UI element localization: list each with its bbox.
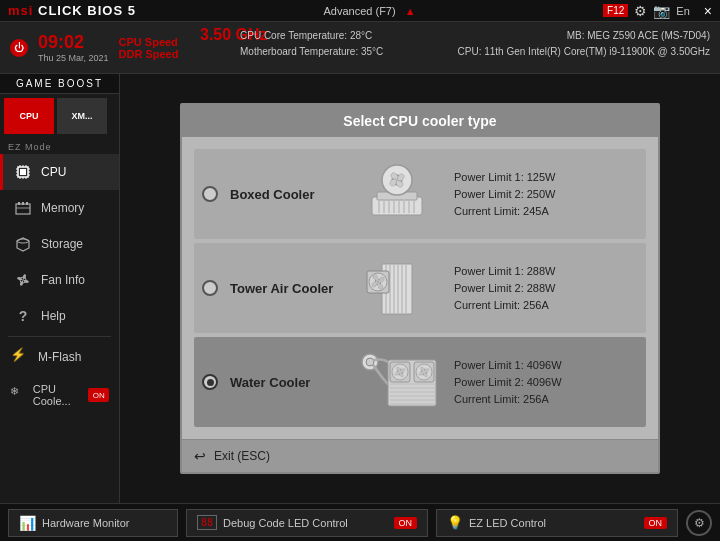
ez-led-icon: 💡 (447, 515, 463, 530)
water-cooler-icon (352, 347, 442, 417)
hardware-monitor-button[interactable]: 📊 Hardware Monitor (8, 509, 178, 537)
boxed-cooler-name: Boxed Cooler (230, 187, 340, 202)
cpu-boost-box[interactable]: CPU (4, 98, 54, 134)
sidebar-item-storage[interactable]: Storage (0, 226, 119, 262)
ez-mode-label: EZ Mode (0, 138, 119, 154)
cpu-speed-section: CPU Speed DDR Speed (119, 36, 179, 60)
water-cooler-specs: Power Limit 1: 4096W Power Limit 2: 4096… (454, 357, 562, 408)
storage-icon (13, 234, 33, 254)
mflash-label: M-Flash (38, 350, 81, 364)
radio-dot-water (207, 379, 214, 386)
boxed-cooler-icon (352, 159, 442, 229)
svg-rect-15 (18, 202, 20, 205)
power-icon: ⏻ (10, 39, 28, 57)
sidebar-help-label: Help (41, 309, 66, 323)
svg-point-44 (366, 358, 374, 366)
sidebar-faninfo-label: Fan Info (41, 273, 85, 287)
svg-rect-1 (20, 169, 26, 175)
header-row: ⏻ 09:02 Thu 25 Mar, 2021 CPU Speed DDR S… (0, 22, 720, 74)
on-badge-cooler: ON (88, 388, 109, 402)
boxed-cooler-specs: Power Limit 1: 125W Power Limit 2: 250W … (454, 169, 555, 220)
screenshot-icon[interactable]: 📷 (653, 3, 670, 19)
radio-water[interactable] (202, 374, 218, 390)
svg-rect-16 (22, 202, 24, 205)
cooler-option-boxed[interactable]: Boxed Cooler (194, 149, 646, 239)
hw-monitor-label: Hardware Monitor (42, 517, 129, 529)
memory-icon (13, 198, 33, 218)
xmp-boost-box[interactable]: XM... (57, 98, 107, 134)
sidebar-memory-label: Memory (41, 201, 84, 215)
tower-cooler-name: Tower Air Cooler (230, 281, 340, 296)
clock-section: 09:02 Thu 25 Mar, 2021 (38, 32, 109, 63)
game-boost-button[interactable]: GAME BOOST (0, 74, 119, 94)
ez-led-label: EZ LED Control (469, 517, 546, 529)
water-cooler-name: Water Cooler (230, 375, 340, 390)
top-bar-right: F12 ⚙ 📷 En × (603, 3, 712, 19)
clock-time: 09:02 (38, 32, 109, 53)
cooler-option-tower[interactable]: Tower Air Cooler (194, 243, 646, 333)
debug-label: Debug Code LED Control (223, 517, 348, 529)
lang-label: En (676, 5, 689, 17)
header-mb: MB: MEG Z590 ACE (MS-7D04) CPU: 11th Gen… (458, 28, 710, 60)
sidebar-item-cpucooler[interactable]: ❄ CPU Coole... ON (0, 375, 119, 415)
sidebar-divider (8, 336, 111, 337)
radio-tower[interactable] (202, 280, 218, 296)
svg-rect-17 (26, 202, 28, 205)
modal-overlay: Select CPU cooler type Boxed Cooler (120, 74, 720, 503)
tower-cooler-icon (352, 253, 442, 323)
cooler-option-water[interactable]: Water Cooler (194, 337, 646, 427)
ez-led-button[interactable]: 💡 EZ LED Control ON (436, 509, 678, 537)
cpu-speed-label: CPU Speed (119, 36, 179, 48)
modal-footer-exit[interactable]: ↩ Exit (ESC) (182, 439, 658, 472)
main-content: Select CPU cooler type Boxed Cooler (120, 74, 720, 503)
top-bar: msi CLICK BIOS 5 Advanced (F7) ▲ F12 ⚙ 📷… (0, 0, 720, 22)
sidebar-item-faninfo[interactable]: Fan Info (0, 262, 119, 298)
help-icon: ? (13, 306, 33, 326)
bottom-bar: 📊 Hardware Monitor 88 Debug Code LED Con… (0, 503, 720, 541)
debug-icon: 88 (197, 515, 217, 530)
hw-monitor-icon: 📊 (19, 515, 36, 531)
msi-logo: msi CLICK BIOS 5 (8, 3, 136, 18)
ez-led-on-badge: ON (644, 517, 668, 529)
radio-boxed[interactable] (202, 186, 218, 202)
debug-on-badge: ON (394, 517, 418, 529)
sidebar: GAME BOOST CPU XM... EZ Mode (0, 74, 120, 503)
mode-label: Advanced (F7) ▲ (324, 5, 416, 17)
sidebar-item-cpu[interactable]: CPU (0, 154, 119, 190)
svg-point-19 (17, 239, 29, 243)
debug-led-button[interactable]: 88 Debug Code LED Control ON (186, 509, 428, 537)
sidebar-storage-label: Storage (41, 237, 83, 251)
tower-cooler-specs: Power Limit 1: 288W Power Limit 2: 288W … (454, 263, 555, 314)
sidebar-item-mflash[interactable]: ⚡ M-Flash (0, 339, 119, 375)
close-button[interactable]: × (704, 3, 712, 19)
cpucooler-icon: ❄ (10, 385, 25, 405)
sidebar-item-memory[interactable]: Memory (0, 190, 119, 226)
f12-button[interactable]: F12 (603, 4, 628, 17)
boost-icons: CPU XM... (0, 94, 119, 138)
svg-rect-14 (16, 204, 30, 214)
cpu-icon (13, 162, 33, 182)
sidebar-cpu-label: CPU (41, 165, 66, 179)
fan-icon (13, 270, 33, 290)
main-layout: GAME BOOST CPU XM... EZ Mode (0, 74, 720, 503)
exit-icon: ↩ (194, 448, 206, 464)
exit-label: Exit (ESC) (214, 449, 270, 463)
modal-title: Select CPU cooler type (182, 105, 658, 137)
header-temps: CPU Core Temperature: 28°C Motherboard T… (240, 28, 383, 60)
cooler-modal: Select CPU cooler type Boxed Cooler (180, 103, 660, 474)
sidebar-item-help[interactable]: ? Help (0, 298, 119, 334)
modal-body: Boxed Cooler (182, 137, 658, 439)
clock-date: Thu 25 Mar, 2021 (38, 53, 109, 63)
cpucooler-label: CPU Coole... (33, 383, 81, 407)
settings-icon[interactable]: ⚙ (634, 3, 647, 19)
mflash-icon: ⚡ (10, 347, 30, 367)
settings-wheel-icon[interactable]: ⚙ (686, 510, 712, 536)
ddr-speed-label: DDR Speed (119, 48, 179, 60)
